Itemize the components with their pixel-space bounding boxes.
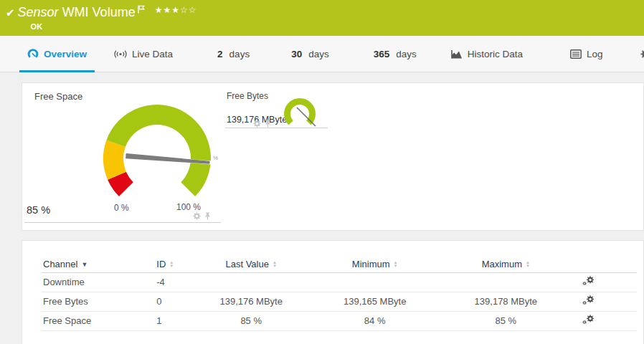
tab-30-days[interactable]: 30 days	[283, 36, 337, 72]
cell-maximum: 85 %	[444, 311, 567, 330]
tab-number: 365	[374, 49, 390, 59]
overview-gauges-card: Free Space % 85 % 0 % 100 %	[22, 82, 644, 231]
column-header-settings	[568, 257, 637, 272]
channel-settings-cogs-icon[interactable]	[582, 315, 595, 325]
sensor-type-label: Sensor	[18, 5, 59, 20]
area-chart-icon	[451, 49, 463, 59]
cell-id: 1	[155, 311, 196, 330]
broadcast-icon	[114, 49, 127, 59]
tab-label: Historic Data	[468, 49, 523, 59]
status-ok-check-icon: ✔	[6, 6, 15, 19]
gear-icon[interactable]	[193, 212, 201, 220]
sort-both-icon: ▲▼	[273, 261, 277, 268]
table-row-free-bytes: Free Bytes 0 139,176 MByte 139,165 MByte…	[42, 292, 637, 311]
pin-icon[interactable]	[264, 120, 272, 128]
gear-icon	[640, 49, 644, 59]
tab-settings[interactable]: Settings	[633, 36, 644, 72]
column-label: Minimum	[352, 259, 390, 269]
tab-2-days[interactable]: 2 days	[209, 36, 257, 72]
column-header-id[interactable]: ID ▲▼	[155, 257, 196, 272]
gauge-current-value: 85 %	[27, 204, 50, 216]
tab-number: 30	[291, 49, 302, 59]
cell-minimum	[306, 272, 444, 292]
free-space-gauge	[96, 97, 218, 219]
sensor-title-block: Sensor WMI Volume ★★★☆☆ OK	[18, 5, 197, 31]
tab-label: Live Data	[132, 49, 173, 59]
cell-minimum: 84 %	[306, 311, 444, 330]
table-row-downtime: Downtime -4	[42, 272, 637, 292]
sort-both-icon: ▲▼	[394, 261, 398, 268]
tab-label: days	[308, 49, 329, 59]
column-label: Channel	[43, 259, 77, 269]
tab-historic-data[interactable]: Historic Data	[443, 36, 531, 72]
cell-channel: Downtime	[42, 272, 155, 292]
tab-overview[interactable]: Overview	[19, 36, 95, 72]
cell-last-value: 85 %	[196, 311, 306, 330]
sensor-name: WMI Volume	[62, 5, 136, 20]
table-header-row: Channel ▼ ID ▲▼ Last Value ▲▼	[42, 257, 637, 272]
table-row-free-space: Free Space 1 85 % 84 % 85 %	[42, 311, 637, 330]
gauge-icon	[27, 49, 39, 59]
channel-settings-cogs-icon[interactable]	[582, 276, 595, 287]
gauge-unit-label: %	[213, 155, 218, 161]
log-list-icon	[570, 49, 582, 59]
tab-label: Log	[587, 49, 603, 59]
gauge-max-label: 100 %	[176, 202, 201, 212]
column-label: Maximum	[482, 259, 522, 269]
channel-settings-cogs-icon[interactable]	[582, 295, 595, 306]
gauge-title: Free Bytes	[227, 91, 268, 101]
column-header-last-value[interactable]: Last Value ▲▼	[196, 257, 306, 272]
priority-flag-icon[interactable]	[138, 5, 145, 14]
tab-live-data[interactable]: Live Data	[106, 36, 181, 72]
cell-id: 0	[155, 292, 196, 311]
cell-last-value: 139,176 MByte	[196, 292, 306, 311]
tab-label: days	[396, 49, 417, 59]
column-header-channel[interactable]: Channel ▼	[42, 257, 155, 272]
sensor-header: ✔ Sensor WMI Volume ★★★☆☆ OK	[0, 0, 644, 36]
sort-both-icon: ▲▼	[169, 261, 174, 268]
gear-icon[interactable]	[253, 120, 261, 128]
sort-both-icon: ▲▼	[526, 261, 530, 268]
panel-divider	[24, 222, 221, 223]
free-bytes-gauge	[281, 95, 318, 133]
pin-icon[interactable]	[204, 212, 212, 220]
tab-number: 2	[217, 49, 223, 59]
sort-desc-icon: ▼	[81, 261, 87, 268]
cell-id: -4	[155, 272, 196, 292]
tab-label: days	[229, 49, 250, 59]
sensor-status-badge: OK	[31, 22, 197, 31]
tab-log[interactable]: Log	[562, 36, 611, 72]
column-header-maximum[interactable]: Maximum ▲▼	[444, 257, 567, 272]
cell-minimum: 139,165 MByte	[306, 292, 444, 311]
prtg-sensor-page: ✔ Sensor WMI Volume ★★★☆☆ OK Overview Li…	[0, 0, 644, 344]
column-header-minimum[interactable]: Minimum ▲▼	[306, 257, 444, 272]
tab-365-days[interactable]: 365 days	[366, 36, 425, 72]
channels-table-card: Channel ▼ ID ▲▼ Last Value ▲▼	[22, 240, 644, 344]
priority-stars[interactable]: ★★★☆☆	[155, 5, 197, 15]
sensor-tab-bar: Overview Live Data 2 days 30 days 365 da…	[0, 36, 644, 72]
cell-maximum: 139,178 MByte	[444, 292, 567, 311]
cell-last-value	[196, 272, 306, 292]
gauge-min-label: 0 %	[114, 203, 129, 213]
cell-channel: Free Space	[42, 311, 155, 330]
cell-maximum	[444, 272, 567, 292]
column-label: ID	[156, 259, 166, 269]
cell-channel: Free Bytes	[42, 292, 155, 311]
column-label: Last Value	[225, 259, 268, 269]
gauge-title: Free Space	[34, 91, 82, 102]
tab-label: Overview	[44, 49, 87, 59]
channels-table: Channel ▼ ID ▲▼ Last Value ▲▼	[42, 257, 637, 331]
